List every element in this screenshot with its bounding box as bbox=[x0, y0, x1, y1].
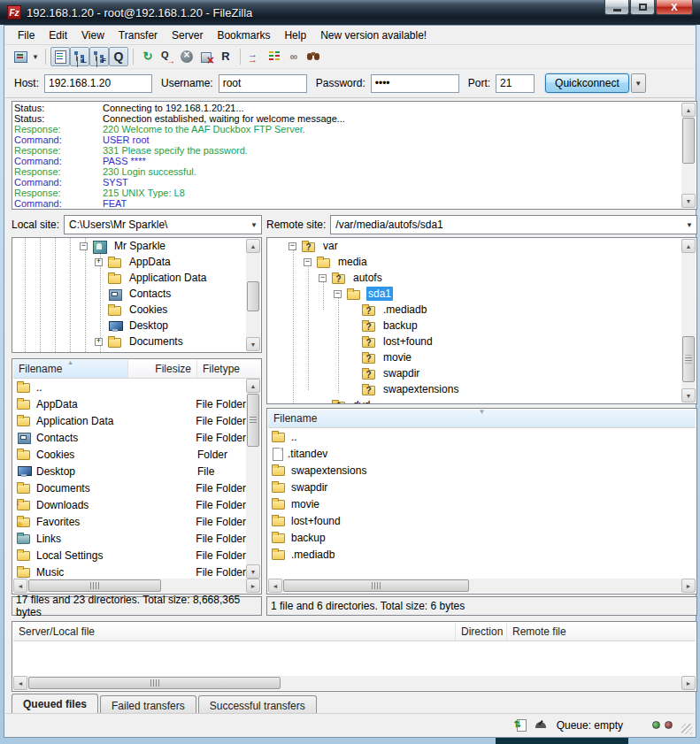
column-header-filetype[interactable]: Filetype bbox=[197, 360, 259, 378]
file-row[interactable]: .. bbox=[13, 379, 246, 395]
scroll-left-icon[interactable]: ◄ bbox=[268, 579, 282, 593]
column-header-server-local-file[interactable]: Server/Local file bbox=[13, 623, 456, 640]
menu-server[interactable]: Server bbox=[165, 27, 210, 44]
tree-item-swapdir[interactable]: swapdir bbox=[349, 365, 421, 381]
log-scrollbar[interactable]: ▲ ▼ bbox=[681, 103, 696, 208]
message-log[interactable]: Status:Connecting to 192.168.1.20:21... … bbox=[12, 101, 697, 210]
menu-bookmarks[interactable]: Bookmarks bbox=[210, 27, 277, 44]
file-row[interactable]: DocumentsFile Folder bbox=[13, 479, 246, 496]
scroll-up-icon[interactable]: ▲ bbox=[681, 239, 696, 253]
toggle-local-tree-button[interactable]: L bbox=[70, 47, 89, 66]
tree-item-downloads[interactable]: Downloads bbox=[95, 349, 183, 353]
menu-edit[interactable]: Edit bbox=[42, 27, 74, 44]
tree-item-swapextensions[interactable]: swapextensions bbox=[349, 381, 460, 397]
quickconnect-button[interactable]: Quickconnect bbox=[545, 73, 629, 93]
combo-dropdown-icon[interactable]: ▼ bbox=[682, 221, 696, 229]
transfer-type-icon[interactable] bbox=[514, 718, 528, 732]
collapse-icon[interactable] bbox=[319, 274, 327, 282]
tree-item-sda1[interactable]: sda1 bbox=[334, 286, 393, 302]
local-list-hscrollbar[interactable]: ◄ ► bbox=[13, 579, 260, 593]
scroll-right-icon[interactable]: ► bbox=[681, 579, 696, 593]
scroll-down-icon[interactable]: ▼ bbox=[681, 194, 696, 208]
tree-item-documents[interactable]: Documents bbox=[95, 334, 185, 349]
scroll-down-icon[interactable]: ▼ bbox=[246, 564, 260, 579]
column-header-filename[interactable]: ▲Filename bbox=[13, 360, 128, 378]
local-tree-scrollbar[interactable]: ▲ ▼ bbox=[246, 239, 260, 351]
host-input[interactable] bbox=[44, 74, 152, 93]
maximize-button[interactable] bbox=[630, 0, 655, 15]
remote-list-hscrollbar[interactable]: ◄ ► bbox=[268, 579, 696, 593]
tree-item-mediadb[interactable]: .mediadb bbox=[349, 302, 428, 318]
file-row[interactable]: DownloadsFile Folder bbox=[13, 496, 246, 513]
panel-collapse-icon[interactable]: ▼ bbox=[479, 408, 486, 416]
file-row[interactable]: .mediadb bbox=[268, 546, 696, 563]
log-scroll-thumb[interactable] bbox=[682, 118, 695, 164]
tree-item-backup[interactable]: backup bbox=[349, 318, 419, 334]
file-row[interactable]: LinksFile Folder bbox=[13, 530, 246, 547]
site-manager-dropdown[interactable]: ▼ bbox=[32, 53, 39, 61]
combo-dropdown-icon[interactable]: ▼ bbox=[247, 221, 261, 229]
file-row[interactable]: FavoritesFile Folder bbox=[13, 513, 246, 530]
tree-item-autofs[interactable]: autofs bbox=[319, 270, 384, 286]
tree-item-var[interactable]: var bbox=[288, 238, 340, 254]
expand-icon[interactable] bbox=[95, 258, 103, 266]
site-manager-button[interactable] bbox=[11, 47, 30, 66]
remote-tree-scrollbar[interactable]: ▲ ▼ bbox=[681, 239, 696, 403]
tab-successful-transfers[interactable]: Successful transfers bbox=[198, 695, 317, 715]
local-list-hscroll-thumb[interactable] bbox=[28, 579, 161, 592]
collapse-icon[interactable] bbox=[334, 290, 342, 298]
scroll-left-icon[interactable]: ◄ bbox=[13, 579, 27, 593]
cancel-button[interactable] bbox=[177, 47, 196, 66]
process-queue-button[interactable] bbox=[158, 47, 177, 66]
disconnect-button[interactable] bbox=[196, 47, 216, 66]
close-button[interactable]: X bbox=[656, 0, 693, 15]
file-row[interactable]: backup bbox=[268, 529, 696, 546]
quickconnect-dropdown[interactable]: ▼ bbox=[631, 73, 646, 93]
menu-help[interactable]: Help bbox=[277, 27, 313, 44]
local-list-scroll-thumb[interactable] bbox=[247, 394, 259, 447]
username-input[interactable] bbox=[219, 74, 307, 93]
column-header-direction[interactable]: Direction bbox=[456, 623, 507, 640]
toggle-remote-tree-button[interactable]: F bbox=[89, 47, 109, 66]
tree-item-media[interactable]: media bbox=[304, 254, 369, 270]
scroll-down-icon[interactable]: ▼ bbox=[246, 337, 260, 351]
minimize-button[interactable] bbox=[604, 0, 629, 15]
tree-item-cookies[interactable]: Cookies bbox=[95, 302, 169, 318]
toggle-log-button[interactable] bbox=[50, 47, 70, 66]
file-row[interactable]: MusicFile Folder bbox=[13, 564, 246, 579]
scroll-down-icon[interactable]: ▼ bbox=[681, 388, 696, 403]
column-header-remote-file[interactable]: Remote file bbox=[507, 623, 696, 640]
file-row[interactable]: DesktopFile bbox=[13, 463, 246, 479]
file-row[interactable]: movie bbox=[268, 495, 696, 512]
scroll-up-icon[interactable]: ▲ bbox=[246, 239, 260, 253]
toggle-queue-button[interactable]: Q bbox=[109, 47, 128, 66]
local-tree-scroll-thumb[interactable] bbox=[247, 281, 259, 311]
column-header-filename[interactable]: ▼Filename bbox=[268, 410, 696, 427]
reconnect-button[interactable]: R bbox=[216, 47, 235, 66]
file-row[interactable]: CookiesFolder bbox=[13, 446, 246, 463]
remote-directory-tree[interactable]: var media autofs sda1 .mediadb backup lo… bbox=[266, 237, 697, 404]
tree-item-desktop[interactable]: Desktop bbox=[95, 318, 170, 334]
transfer-queue[interactable]: Server/Local file Direction Remote file … bbox=[12, 621, 697, 692]
remote-tree-scroll-thumb[interactable] bbox=[682, 336, 695, 382]
collapse-icon[interactable] bbox=[304, 258, 312, 266]
scroll-left-icon[interactable]: ◄ bbox=[13, 676, 27, 690]
find-files-button[interactable] bbox=[304, 47, 323, 66]
local-site-combo[interactable]: C:\Users\Mr Sparkle\ ▼ bbox=[64, 215, 262, 234]
tree-item-dvd[interactable]: dvd bbox=[319, 397, 372, 404]
file-row[interactable]: .. bbox=[268, 428, 696, 445]
column-header-filesize[interactable]: Filesize bbox=[128, 360, 197, 378]
local-list-scrollbar[interactable]: ▲ ▼ bbox=[246, 379, 260, 579]
tab-failed-transfers[interactable]: Failed transfers bbox=[100, 695, 196, 715]
file-row[interactable]: lost+found bbox=[268, 512, 696, 529]
resize-grip[interactable] bbox=[681, 724, 692, 734]
refresh-button[interactable]: ↻ bbox=[138, 47, 158, 66]
local-directory-tree[interactable]: Mr Sparkle AppData Application Data Cont… bbox=[12, 237, 262, 353]
title-bar[interactable]: Fz 192.168.1.20 - root@192.168.1.20 - Fi… bbox=[0, 0, 700, 25]
tree-item-application-data[interactable]: Application Data bbox=[95, 270, 208, 286]
file-row[interactable]: swapdir bbox=[268, 479, 696, 495]
tree-item-appdata[interactable]: AppData bbox=[95, 254, 173, 270]
collapse-icon[interactable] bbox=[80, 242, 88, 250]
remote-list-hscroll-thumb[interactable] bbox=[283, 579, 469, 592]
local-file-list[interactable]: ▲Filename Filesize Filetype .. AppDataFi… bbox=[12, 358, 262, 594]
